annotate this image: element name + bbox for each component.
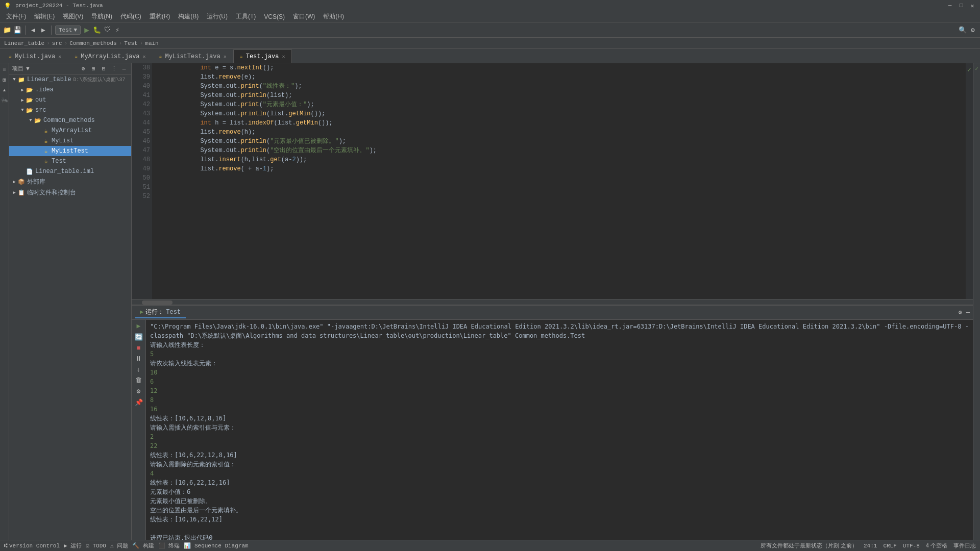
console-suspend-icon[interactable]: ⏸: [135, 355, 142, 363]
hierarchy-icon[interactable]: ⊞: [1, 76, 9, 84]
menu-item-u[interactable]: 运行(U): [203, 11, 232, 22]
breadcrumb-item-1[interactable]: src: [52, 40, 62, 46]
app-icon: 💡: [4, 3, 11, 9]
menu-item-c[interactable]: 代码(C): [116, 11, 145, 22]
sidebar-gear-icon[interactable]: ⚙: [79, 65, 87, 73]
status-event-log[interactable]: 事件日志: [953, 542, 976, 549]
run-config-button[interactable]: Test ▼: [55, 26, 81, 35]
tree-item-linear-table[interactable]: ▼ 📁 Linear_table D:\系统默认\桌面\37: [9, 74, 131, 85]
menu-item-n[interactable]: 导航(N): [87, 11, 116, 22]
tab-myarraylist[interactable]: ☕ MyArrayList.java ✕: [68, 49, 152, 63]
tree-item-common-methods[interactable]: ▼ 📂 Common_methods: [9, 115, 131, 126]
menu-item-t[interactable]: 工具(T): [232, 11, 260, 22]
status-encoding[interactable]: UTF-8: [903, 543, 920, 549]
breadcrumb-item-4[interactable]: main: [145, 40, 158, 46]
status-seqdiagram[interactable]: 📊 Sequence Diagram: [184, 542, 248, 549]
close-button[interactable]: ✕: [969, 2, 976, 9]
console-run-icon[interactable]: ▶: [137, 322, 141, 330]
debug-icon[interactable]: 🐛: [93, 26, 101, 34]
status-todo[interactable]: ☑ TODO: [86, 542, 106, 549]
project-icon[interactable]: 📁: [3, 26, 11, 34]
tree-item-idea[interactable]: ▶ 📂 .idea: [9, 85, 131, 95]
sidebar-settings-icon[interactable]: ⋮: [110, 65, 118, 73]
menu-item-h[interactable]: 帮助(H): [319, 11, 348, 22]
status-line-ending[interactable]: CRLF: [883, 543, 896, 549]
status-problems[interactable]: ⚠ 问题: [110, 542, 128, 549]
sidebar-collapse-icon[interactable]: ⊟: [100, 65, 108, 73]
status-bar-right: 所有文件都处于最新状态（片刻 之前） 24:1 CRLF UTF-8 4 个空格…: [761, 542, 976, 549]
console-settings-icon[interactable]: ⚙: [959, 309, 962, 316]
console-line-prompt3: 请输入需插入的索引值与元素：: [150, 423, 969, 432]
code-line-40: System.out.print("线性表：");: [156, 82, 969, 91]
tab-test[interactable]: ☕ Test.java ✕: [233, 49, 292, 63]
console-line-out5: 元素最小值已被删除。: [150, 496, 969, 506]
console-rerun-icon[interactable]: 🔄: [135, 333, 143, 341]
status-run[interactable]: ▶ 运行: [64, 542, 82, 549]
code-line-39: list.remove(e);: [156, 72, 969, 82]
menu-item-f[interactable]: 文件(F): [2, 11, 30, 22]
breadcrumb-item-3[interactable]: Test: [124, 40, 137, 46]
menu-item-b[interactable]: 构建(B): [174, 11, 203, 22]
status-build[interactable]: 🔨 构建: [132, 542, 154, 549]
maximize-button[interactable]: □: [958, 2, 965, 9]
console-clear-icon[interactable]: 🗑: [135, 377, 142, 384]
project-folder-icon: 📁: [17, 76, 26, 84]
menu-item-w[interactable]: 窗口(W): [289, 11, 319, 22]
code-line-43: System.out.print("元素最小值：");: [156, 100, 969, 109]
tab-mylisttest[interactable]: ☕ MyListTest.java ✕: [153, 49, 233, 63]
tree-item-src[interactable]: ▼ 📂 src: [9, 105, 131, 115]
status-vcs[interactable]: ⑆ Version Control: [4, 543, 60, 549]
run-tab[interactable]: ▶ 运行： Test: [135, 307, 186, 318]
code-editor[interactable]: 38 39 40 41 42 43 44 45 46 47 48 49 50 5…: [132, 63, 973, 299]
tab-myarraylist-close[interactable]: ✕: [143, 54, 146, 60]
console-pin-icon[interactable]: 📌: [135, 398, 143, 407]
minimize-button[interactable]: ─: [946, 2, 953, 9]
search-everywhere-icon[interactable]: 🔍: [959, 26, 967, 34]
tab-mylist[interactable]: ☕ MyList.java ✕: [2, 49, 68, 63]
settings-icon[interactable]: ⚙: [969, 26, 977, 34]
run-icon[interactable]: ▶: [83, 26, 91, 34]
horizontal-scrollbar[interactable]: [132, 299, 973, 305]
tree-item-mylisttest[interactable]: ☕ MyListTest: [9, 146, 131, 156]
status-terminal[interactable]: ⬛ 终端: [158, 542, 180, 549]
title-bar-left: 💡 project_220224 - Test.java: [4, 3, 103, 9]
coverage-icon[interactable]: 🛡: [103, 26, 111, 34]
breadcrumb-item-0[interactable]: Linear_table: [4, 40, 44, 46]
menu-item-e[interactable]: 编辑(E): [30, 11, 59, 22]
structure-icon[interactable]: ≡: [1, 65, 9, 73]
back-icon[interactable]: ◀: [29, 26, 37, 34]
favorites-icon[interactable]: ★: [1, 86, 9, 94]
status-spaces[interactable]: 4 个空格: [926, 542, 947, 549]
console-stop-icon[interactable]: ■: [137, 344, 141, 352]
code-line-52: list.remove( + a-1);: [156, 164, 969, 173]
tree-item-external[interactable]: ▶ 📦 外部库: [9, 177, 131, 187]
title-text: project_220224 - Test.java: [15, 3, 103, 9]
breadcrumb-item-2[interactable]: Common_methods: [69, 40, 116, 46]
tree-item-test[interactable]: ☕ Test: [9, 156, 131, 166]
forward-icon[interactable]: ▶: [39, 26, 47, 34]
console-line-out3: 线性表：[10,6,22,12,16]: [150, 478, 969, 487]
tree-item-mylist[interactable]: ☕ MyList: [9, 136, 131, 146]
console-settings2-icon[interactable]: ⚙: [137, 387, 141, 395]
ant-icon[interactable]: 🐜: [1, 96, 9, 104]
menu-item-v[interactable]: 视图(V): [59, 11, 87, 22]
console-scroll-end-icon[interactable]: ↓: [137, 366, 141, 373]
tree-item-scratch[interactable]: ▶ 📋 临时文件和控制台: [9, 187, 131, 198]
tab-test-close[interactable]: ✕: [282, 54, 285, 60]
menu-item-vcss[interactable]: VCS(S): [260, 12, 289, 21]
tab-mylisttest-close[interactable]: ✕: [224, 54, 227, 60]
tree-item-myarraylist[interactable]: ☕ MyArrayList: [9, 126, 131, 136]
tree-item-out[interactable]: ▶ 📂 out: [9, 95, 131, 105]
console-output[interactable]: "C:\Program Files\Java\jdk-16.0.1\bin\ja…: [146, 320, 973, 540]
profile-icon[interactable]: ⚡: [113, 26, 121, 34]
sidebar-expand-icon[interactable]: ⊞: [89, 65, 97, 73]
tab-test-label: Test.java: [246, 53, 279, 60]
status-position[interactable]: 24:1: [864, 543, 877, 549]
tab-mylist-close[interactable]: ✕: [58, 54, 61, 60]
menu-bar: 文件(F)编辑(E)视图(V)导航(N)代码(C)重构(R)构建(B)运行(U)…: [0, 11, 980, 22]
sidebar-close-icon[interactable]: —: [120, 65, 128, 73]
tree-item-iml[interactable]: 📄 Linear_table.iml: [9, 166, 131, 177]
console-close-icon[interactable]: ─: [966, 309, 970, 316]
save-all-icon[interactable]: 💾: [13, 26, 21, 34]
menu-item-r[interactable]: 重构(R): [145, 11, 175, 22]
